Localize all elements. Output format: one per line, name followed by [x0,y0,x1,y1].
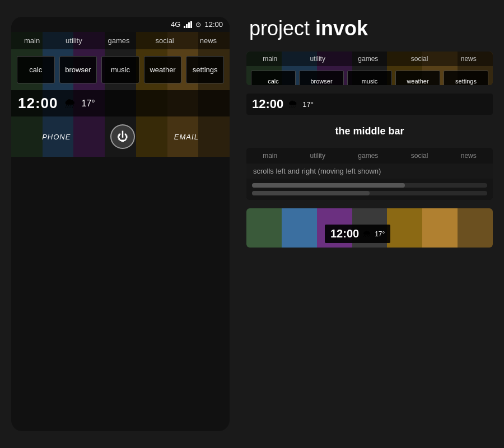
tab-utility[interactable]: utility [61,35,87,46]
mini-app-music[interactable]: music [347,71,392,85]
scroll-tab-utility[interactable]: utility [307,151,328,161]
scroll-nav: main utility games social news [246,148,493,164]
phone-content: main utility games social news calc brow… [11,32,230,157]
title-bold: invok [315,17,368,40]
bottom-mini-time: 12:00 [330,227,359,240]
mini-app-browser[interactable]: browser [299,71,344,85]
mini-nav-top: main utility games social news [246,52,493,66]
project-title: project invok [246,17,493,40]
nav-tabs: main utility games social news [11,32,230,49]
app-browser[interactable]: browser [59,56,97,83]
weather-icon-left: 🌨 [64,96,76,111]
mini-app-calc[interactable]: calc [251,71,296,85]
time-display-left: 12:00 [18,95,58,112]
bottom-mini-weather: 🌨 [362,229,371,239]
mini-tab-news[interactable]: news [458,54,479,64]
mini-bar-top: 12:00 🌨 17° [246,94,493,115]
right-panel: project invok main utility games social … [246,11,493,248]
app-weather[interactable]: weather [144,56,182,83]
scroll-tab-news[interactable]: news [458,151,479,161]
mini-phone-top: main utility games social news calc brow… [246,52,493,85]
mini-content-top: main utility games social news calc brow… [246,52,493,85]
tab-social[interactable]: social [151,35,179,46]
signal-bars [184,21,192,28]
tab-news[interactable]: news [195,35,221,46]
mini-apps-grid: calc browser music weather settings [246,66,493,85]
power-button[interactable]: ⏻ [110,124,135,149]
network-label: 4G [171,20,180,29]
app-calc[interactable]: calc [17,56,55,83]
middle-bar-label: the middle bar [246,123,493,139]
mini-tab-games[interactable]: games [355,54,381,64]
bottom-mini-temp: 17° [375,230,385,238]
title-plain: project [249,17,315,40]
temp-display-left: 17° [82,99,95,109]
app-settings[interactable]: settings [186,56,224,83]
mini-weather-icon-top: 🌨 [288,99,298,110]
app-music[interactable]: music [101,56,139,83]
scroll-bar-2[interactable] [252,191,487,195]
scroll-description: scrolls left and right (moving left show… [246,164,493,179]
main-container: 4G ⊙ 12:00 [0,0,504,448]
status-bar: 4G ⊙ 12:00 [11,17,230,32]
status-time: 12:00 [204,20,223,29]
scroll-tab-social[interactable]: social [408,151,431,161]
tab-games[interactable]: games [104,35,134,46]
phone-left: 4G ⊙ 12:00 [11,17,230,431]
scroll-tab-games[interactable]: games [355,151,381,161]
phone-button[interactable]: PHONE [42,133,71,141]
battery-icon: ⊙ [195,21,201,29]
apps-grid: calc browser music weather settings [11,49,230,90]
mini-tab-main[interactable]: main [260,54,280,64]
bottom-mini-preview: 12:00 🌨 17° [246,208,493,248]
mini-tab-social[interactable]: social [408,54,431,64]
tab-main[interactable]: main [20,35,44,46]
scroll-section: main utility games social news scrolls l… [246,148,493,200]
middle-bar-left: 12:00 🌨 17° [11,90,230,116]
email-button[interactable]: EMAIL [174,133,199,141]
mini-tab-utility[interactable]: utility [307,54,328,64]
scroll-bar-1[interactable] [252,183,487,188]
mini-time-top: 12:00 [252,97,283,111]
mini-app-weather[interactable]: weather [395,71,440,85]
mini-temp-top: 17° [302,100,314,109]
mini-app-settings[interactable]: settings [444,71,488,85]
bottom-bar-left: PHONE ⏻ EMAIL [11,116,230,157]
scroll-bars [246,179,493,200]
scroll-tab-main[interactable]: main [260,151,280,161]
bottom-mini-bar: 12:00 🌨 17° [325,225,390,243]
